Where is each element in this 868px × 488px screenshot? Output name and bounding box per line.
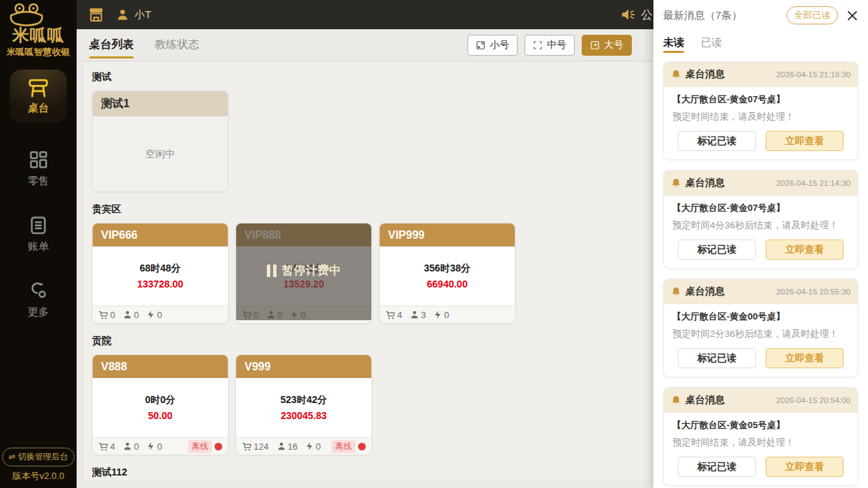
notification-table-name: 【大厅散台区-黄金07号桌】 <box>672 93 849 106</box>
announcement-entry[interactable]: 公 <box>621 0 653 29</box>
table-amount: 50.00 <box>148 410 172 421</box>
switch-admin-button[interactable]: ⇌ 切换管理后台 <box>2 448 74 466</box>
pause-label: 暂停计费中 <box>282 262 341 278</box>
mark-read-button[interactable]: 标记已读 <box>678 348 756 368</box>
table-time: 523时42分 <box>281 394 327 407</box>
person-icon <box>410 310 419 320</box>
table-card-v888[interactable]: V888 0时0分 50.00 4 0 0 <box>92 354 228 455</box>
person-icon <box>123 441 132 451</box>
power-count: 0 <box>157 310 162 320</box>
notification-card-header: 桌台消息 2026-04-15 21:19:30 <box>664 62 858 87</box>
table-card-vip666[interactable]: VIP666 68时48分 133728.00 0 0 0 <box>92 223 228 324</box>
people-stat: 3 <box>410 310 426 320</box>
sidebar-item-retail[interactable]: 零售 <box>28 149 49 188</box>
sidebar-item-tables[interactable]: 桌台 <box>10 70 67 123</box>
notification-message: 预定时间4分36秒后结束，请及时处理！ <box>672 219 849 232</box>
bell-icon <box>671 178 681 189</box>
table-name: VIP999 <box>380 223 515 246</box>
notification-card-header: 桌台消息 2026-04-15 20:54:00 <box>664 388 858 413</box>
size-large-label: 大号 <box>604 39 623 52</box>
notification-panel: 最新消息（7条） 全部已读 未读 已读 桌台消息 2026-04-15 21:1… <box>653 0 868 488</box>
table-name: V999 <box>236 355 371 378</box>
notification-time: 2026-04-15 20:54:00 <box>776 396 851 404</box>
sidebar-item-label: 零售 <box>28 175 49 188</box>
power-count: 0 <box>157 441 162 452</box>
notification-actions: 标记已读 立即查看 <box>672 457 849 477</box>
people-count: 16 <box>288 441 297 452</box>
cart-stat: 4 <box>385 310 402 320</box>
view-now-button[interactable]: 立即查看 <box>766 131 844 151</box>
offline-badge: 离线 <box>332 440 355 453</box>
notification-title: 最新消息（7条） <box>663 9 742 22</box>
bell-icon <box>671 69 681 80</box>
notification-actions: 标记已读 立即查看 <box>672 131 849 151</box>
people-stat: 0 <box>123 310 139 320</box>
table-footer: 0 0 0 <box>93 306 228 323</box>
table-name: VIP666 <box>93 223 228 246</box>
table-card-test1[interactable]: 测试1 空闲中 <box>92 90 228 192</box>
table-footer: 4 3 0 <box>380 306 515 323</box>
table-amount: 230045.83 <box>281 410 327 421</box>
cart-stat: 124 <box>242 441 269 452</box>
sidebar: 米呱呱 米呱呱智慧收银 桌台 零售 账单 更多 <box>0 0 77 488</box>
size-small-button[interactable]: 小号 <box>467 35 518 56</box>
notification-card: 桌台消息 2026-04-15 20:54:00 【大厅散台区-黄金05号桌】 … <box>663 387 858 486</box>
mark-read-button[interactable]: 标记已读 <box>678 239 756 260</box>
sidebar-item-more[interactable]: 更多 <box>28 280 49 319</box>
close-icon[interactable] <box>846 10 858 22</box>
mark-all-read-button[interactable]: 全部已读 <box>786 6 838 24</box>
tab-table-list[interactable]: 桌台列表 <box>89 29 134 61</box>
view-now-button[interactable]: 立即查看 <box>766 239 844 260</box>
sidebar-item-bills[interactable]: 账单 <box>28 214 49 253</box>
cart-icon <box>98 310 109 320</box>
mark-read-button[interactable]: 标记已读 <box>678 131 756 151</box>
table-time: 68时48分 <box>139 262 180 275</box>
notification-card: 桌台消息 2026-04-15 21:19:30 【大厅散台区-黄金07号桌】 … <box>663 61 858 160</box>
table-card-vip888[interactable]: VIP888 70时12分 13529.20 0 0 0 <box>235 223 372 324</box>
size-medium-button[interactable]: 中号 <box>525 35 575 56</box>
cart-count: 124 <box>254 441 269 452</box>
offline-status: 离线 <box>332 440 366 453</box>
tab-unread[interactable]: 未读 <box>663 31 684 54</box>
power-stat: 0 <box>305 441 320 452</box>
logo-subtitle: 米呱呱智慧收银 <box>7 46 70 58</box>
people-count: 0 <box>134 310 139 320</box>
shrink-icon <box>476 40 486 50</box>
lightning-icon <box>146 310 155 320</box>
view-now-button[interactable]: 立即查看 <box>766 457 844 477</box>
cart-count: 4 <box>110 441 115 452</box>
tab-coach-status[interactable]: 教练状态 <box>155 29 199 61</box>
size-small-label: 小号 <box>490 39 509 52</box>
lightning-icon <box>433 310 442 320</box>
mark-read-button[interactable]: 标记已读 <box>678 457 756 477</box>
offline-status: 离线 <box>188 440 222 453</box>
speaker-icon <box>621 8 636 22</box>
notification-card: 桌台消息 2026-04-15 20:55:30 【大厅散台区-黄金00号桌】 … <box>663 278 858 377</box>
current-user[interactable]: 小T <box>116 8 151 22</box>
table-card-vip999[interactable]: VIP999 356时38分 66940.00 4 3 0 <box>379 223 516 324</box>
notification-table-name: 【大厅散台区-黄金05号桌】 <box>672 419 849 432</box>
notification-table-name: 【大厅散台区-黄金00号桌】 <box>672 310 849 323</box>
pause-icon <box>267 265 277 277</box>
table-card-v999[interactable]: V999 523时42分 230045.83 124 16 0 <box>235 354 372 455</box>
notification-card-header: 桌台消息 2026-04-15 21:14:30 <box>664 171 858 196</box>
tab-read[interactable]: 已读 <box>701 31 722 54</box>
view-now-button[interactable]: 立即查看 <box>766 348 844 368</box>
notification-type: 桌台消息 <box>685 285 724 298</box>
notification-type: 桌台消息 <box>685 68 724 81</box>
app-logo: 米呱呱 米呱呱智慧收银 <box>7 3 70 58</box>
notification-actions: 标记已读 立即查看 <box>672 348 849 368</box>
person-icon <box>277 441 286 451</box>
notification-card: 桌台消息 2026-04-15 21:14:30 【大厅散台区-黄金07号桌】 … <box>663 170 858 269</box>
version-label: 版本号v2.0.0 <box>2 470 74 482</box>
bill-icon <box>28 214 49 235</box>
people-count: 0 <box>134 441 139 452</box>
offline-dot-icon <box>358 443 366 450</box>
notification-message: 预定时间结束，请及时处理！ <box>672 111 849 123</box>
sidebar-item-label: 桌台 <box>28 102 49 115</box>
people-stat: 0 <box>123 441 139 452</box>
shop-icon[interactable] <box>88 7 104 22</box>
cart-icon <box>385 310 396 320</box>
size-large-button[interactable]: 大号 <box>582 35 632 56</box>
power-count: 0 <box>444 310 449 320</box>
